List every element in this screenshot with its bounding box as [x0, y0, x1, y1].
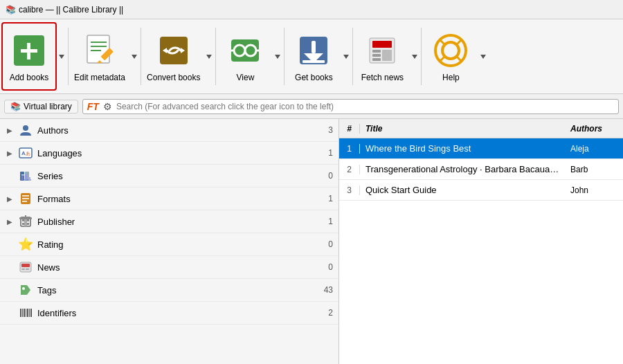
- svg-rect-56: [19, 217, 32, 219]
- add-books-icon: [10, 31, 48, 70]
- sidebar-item-languages[interactable]: ▶ A あ Languages 1: [0, 142, 338, 165]
- rating-count: 0: [319, 239, 333, 249]
- search-bar: 📚 Virtual library FT ⚙: [0, 94, 623, 119]
- get-books-icon: [294, 31, 333, 70]
- svg-rect-66: [26, 309, 26, 317]
- book-num: 3: [339, 185, 360, 195]
- svg-rect-43: [21, 176, 24, 180]
- svg-rect-19: [312, 41, 316, 53]
- add-books-label: Add books: [10, 73, 49, 82]
- book-title: Where the Bird Sings Best: [360, 143, 568, 154]
- svg-rect-51: [22, 219, 24, 221]
- svg-rect-49: [22, 201, 27, 202]
- book-num: 2: [339, 165, 360, 174]
- main-content: ▶ Authors 3 ▶ A あ Languages 1: [0, 119, 623, 364]
- book-icon: 📚: [10, 102, 21, 111]
- edit-metadata-dropdown-arrow[interactable]: [129, 22, 139, 91]
- formats-count: 1: [319, 194, 333, 203]
- svg-rect-59: [21, 264, 30, 267]
- series-icon: [18, 168, 33, 183]
- svg-rect-24: [372, 50, 381, 53]
- get-books-button[interactable]: Get books: [286, 22, 341, 91]
- rating-icon: ⭐: [18, 237, 33, 252]
- svg-rect-54: [27, 223, 29, 225]
- get-books-group: Get books: [286, 22, 351, 91]
- series-count: 0: [319, 171, 333, 181]
- svg-rect-27: [382, 50, 392, 61]
- svg-rect-53: [22, 223, 24, 225]
- svg-rect-52: [27, 219, 29, 221]
- sidebar-item-formats[interactable]: ▶ Formats 1: [0, 188, 338, 210]
- view-icon: [226, 31, 264, 70]
- ft-label: FT: [87, 101, 99, 112]
- languages-label: Languages: [37, 148, 315, 158]
- convert-books-icon: [154, 31, 193, 70]
- publisher-count: 1: [319, 217, 333, 226]
- toolbar: Add books Edit metadata: [0, 19, 623, 94]
- view-group: View: [217, 22, 282, 91]
- sidebar-item-rating[interactable]: ▶ ⭐ Rating 0: [0, 233, 338, 256]
- book-num: 1: [339, 144, 360, 154]
- dropdown-triangle-icon: [206, 55, 212, 59]
- svg-line-31: [456, 39, 462, 45]
- sidebar-item-news[interactable]: ▶ News 0: [0, 256, 338, 279]
- window-title: calibre — || Calibre Library ||: [19, 5, 123, 15]
- fetch-news-dropdown-arrow[interactable]: [410, 22, 419, 91]
- svg-rect-45: [28, 177, 30, 180]
- book-row[interactable]: 2 Transgenerational Astrology · Barbara …: [339, 159, 623, 180]
- help-group: Help: [423, 22, 488, 91]
- edit-metadata-label: Edit metadata: [74, 73, 125, 82]
- svg-rect-2: [27, 43, 30, 60]
- svg-rect-67: [27, 309, 28, 317]
- fetch-news-button[interactable]: Fetch news: [354, 22, 410, 91]
- rating-label: Rating: [37, 239, 315, 250]
- tags-label: Tags: [37, 285, 315, 295]
- view-dropdown-arrow[interactable]: [273, 22, 282, 91]
- fetch-news-icon: [363, 31, 401, 70]
- virtual-library-button[interactable]: 📚 Virtual library: [4, 100, 78, 113]
- book-row[interactable]: 3 Quick Start Guide John: [339, 180, 623, 201]
- book-title: Transgenerational Astrology · Barbara Ba…: [360, 164, 568, 174]
- gear-icon[interactable]: ⚙: [103, 101, 112, 112]
- col-num-header: #: [339, 124, 360, 134]
- sidebar-item-identifiers[interactable]: ▶ Identifiers 2: [0, 302, 338, 325]
- virtual-library-label: Virtual library: [24, 102, 72, 111]
- book-row[interactable]: 1 Where the Bird Sings Best Aleja: [339, 138, 623, 159]
- separator-5: [352, 28, 353, 85]
- get-books-dropdown-arrow[interactable]: [341, 22, 351, 91]
- news-icon: [18, 260, 33, 275]
- convert-books-dropdown-arrow[interactable]: [204, 22, 214, 91]
- add-books-button[interactable]: Add books: [1, 22, 57, 91]
- add-books-group: Add books: [1, 22, 66, 91]
- sidebar-item-series[interactable]: ▶ Series 0: [0, 165, 338, 188]
- add-books-dropdown-arrow[interactable]: [57, 22, 66, 91]
- view-button[interactable]: View: [217, 22, 273, 91]
- help-dropdown-arrow[interactable]: [478, 22, 488, 91]
- help-button[interactable]: Help: [423, 22, 478, 91]
- identifiers-count: 2: [319, 308, 333, 318]
- svg-rect-26: [372, 58, 381, 61]
- svg-rect-55: [24, 219, 27, 226]
- convert-books-button[interactable]: Convert books: [143, 22, 204, 91]
- dropdown-triangle-icon: [275, 55, 280, 59]
- dropdown-triangle-icon: [59, 55, 64, 59]
- expand-icon: ▶: [6, 217, 14, 226]
- svg-rect-40: [21, 174, 25, 176]
- dropdown-triangle-icon: [343, 55, 349, 59]
- edit-metadata-button[interactable]: Edit metadata: [70, 22, 129, 91]
- search-input[interactable]: [116, 102, 614, 111]
- sidebar-item-authors[interactable]: ▶ Authors 3: [0, 119, 338, 142]
- book-list: # Title Authors 1 Where the Bird Sings B…: [339, 119, 623, 364]
- sidebar-item-publisher[interactable]: ▶ Publisher 1: [0, 210, 338, 233]
- view-label: View: [237, 73, 255, 82]
- separator-1: [68, 28, 69, 85]
- sidebar: ▶ Authors 3 ▶ A あ Languages 1: [0, 119, 339, 364]
- svg-rect-69: [30, 309, 32, 317]
- edit-metadata-group: Edit metadata: [70, 22, 139, 91]
- svg-rect-65: [24, 309, 25, 317]
- book-title: Quick Start Guide: [360, 185, 568, 195]
- col-title-header: Title: [360, 124, 568, 134]
- dropdown-triangle-icon: [132, 55, 137, 59]
- svg-rect-60: [21, 269, 25, 270]
- sidebar-item-tags[interactable]: ▶ Tags 43: [0, 279, 338, 302]
